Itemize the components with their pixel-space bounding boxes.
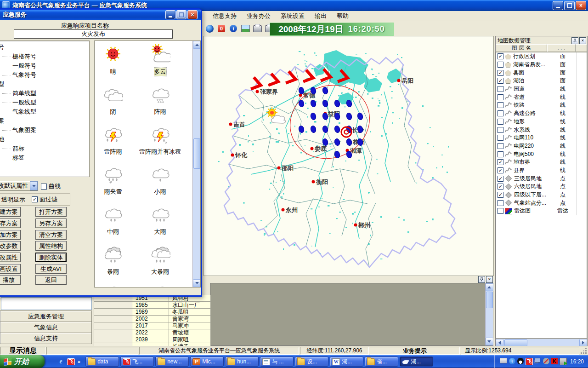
default-attribute-dropdown[interactable]: 改默认属性 bbox=[0, 181, 38, 191]
scroll-up-icon[interactable] bbox=[486, 283, 493, 291]
layer-checkbox[interactable]: ✓ bbox=[498, 53, 503, 59]
action-button-另存方案[interactable]: 另存方案 bbox=[35, 218, 67, 228]
weather-symbol-雷阵雨并有冰雹[interactable]: 雷阵雨并有冰雹 bbox=[131, 123, 189, 163]
weather-symbol-多云[interactable]: 多云 bbox=[131, 43, 189, 83]
task-button-Mic...[interactable]: PMic... bbox=[190, 356, 224, 367]
layer-checkbox[interactable] bbox=[498, 135, 503, 141]
action-button-加方案[interactable]: 加方案 bbox=[0, 230, 21, 240]
keyboard-icon[interactable] bbox=[500, 358, 507, 363]
layer-row-县面[interactable]: ✓县面面 bbox=[496, 69, 587, 77]
scroll-thumb[interactable] bbox=[504, 339, 527, 346]
layer-checkbox[interactable] bbox=[498, 94, 503, 100]
menu-item-帮助[interactable]: 帮助 bbox=[332, 11, 354, 21]
fetion-icon[interactable]: 飞 bbox=[67, 358, 75, 365]
chevron-down-icon[interactable] bbox=[30, 181, 38, 190]
offline-icon[interactable] bbox=[543, 358, 549, 364]
task-button-new...[interactable]: new... bbox=[155, 356, 189, 367]
qq-icon[interactable] bbox=[517, 358, 524, 364]
layer-extra-column-header[interactable] bbox=[576, 44, 587, 52]
ie-icon[interactable]: e bbox=[57, 359, 64, 365]
layer-row-行政区划[interactable]: ✓行政区划面 bbox=[496, 52, 587, 61]
tree-item-气象线型[interactable]: 气象线型 bbox=[0, 107, 89, 116]
weather-symbol-中雨[interactable]: 中雨 bbox=[95, 203, 131, 243]
info-icon[interactable]: i bbox=[228, 23, 239, 34]
layer-row-湖南省易发...[interactable]: 湖南省易发...面 bbox=[496, 61, 587, 69]
maximize-button[interactable] bbox=[176, 10, 187, 19]
map-canvas[interactable]: 岳阳张家界常德益阳吉首长沙娄底株州湘潭怀化邵阳衡阳永州郴州 bbox=[204, 36, 494, 276]
tree-item-栅格符号[interactable]: 栅格符号 bbox=[0, 52, 89, 61]
kaspersky-icon[interactable]: K bbox=[551, 358, 558, 364]
weather-symbol-小雨[interactable]: 小雨 bbox=[131, 163, 189, 203]
task-button-hun...[interactable]: hun... bbox=[225, 356, 259, 367]
action-button-建方案[interactable]: 建方案 bbox=[0, 207, 21, 217]
layer-checkbox[interactable] bbox=[498, 119, 503, 125]
layer-row-电网500[interactable]: 电网500线 bbox=[496, 150, 587, 158]
tree-item-一般符号[interactable]: 一般符号 bbox=[0, 61, 89, 70]
face-filter-checkbox[interactable]: ✓ bbox=[32, 196, 38, 202]
table-row[interactable]: 1985水口山一厂 bbox=[94, 302, 211, 309]
curve-checkbox[interactable] bbox=[41, 184, 47, 190]
curve-checkbox-row[interactable]: 曲线 bbox=[41, 182, 61, 190]
tree-item-他[interactable]: 他 bbox=[0, 135, 89, 144]
layer-checkbox[interactable] bbox=[498, 110, 503, 116]
layer-row-四级以下居...[interactable]: ✓四级以下居...点 bbox=[496, 191, 587, 199]
minimize-button[interactable] bbox=[553, 1, 563, 10]
tree-item-气象符号[interactable]: 气象符号 bbox=[0, 70, 89, 80]
task-button-湖...[interactable]: 湖... bbox=[400, 356, 433, 367]
layer-row-高速公路[interactable]: 高速公路线 bbox=[496, 109, 587, 118]
nav-button-应急服务管理[interactable]: 应急服务管理 bbox=[0, 310, 92, 322]
overflow-chevron-icon[interactable]: » bbox=[78, 359, 80, 364]
weather-symbol-大雨[interactable]: 大雨 bbox=[131, 203, 189, 243]
layer-row-电网110[interactable]: 电网110线 bbox=[496, 134, 587, 142]
scroll-thumb[interactable] bbox=[486, 292, 493, 308]
weather-symbol-雨夹雪[interactable]: 雨夹雪 bbox=[95, 163, 131, 203]
layer-checkbox[interactable] bbox=[498, 208, 503, 214]
layer-checkbox[interactable]: ✓ bbox=[498, 176, 503, 182]
dialog-titlebar[interactable]: 应急服务 × bbox=[0, 10, 201, 20]
weather-symbol-list[interactable]: 晴多云阴阵雨雷阵雨雷阵雨并有冰雹雨夹雪小雨中雨大雨暴雨大暴雨 bbox=[94, 40, 201, 288]
layer-checkbox[interactable] bbox=[498, 127, 503, 133]
globe-icon[interactable] bbox=[204, 23, 215, 34]
menu-item-信息支持[interactable]: 信息支持 bbox=[208, 11, 242, 21]
menu-item-业务办公[interactable]: 业务办公 bbox=[242, 11, 276, 21]
close-button[interactable]: × bbox=[187, 10, 198, 19]
close-icon[interactable]: × bbox=[486, 276, 493, 283]
menu-item-输出[interactable]: 输出 bbox=[310, 11, 332, 21]
layer-checkbox[interactable]: ✓ bbox=[498, 192, 503, 198]
menu-item-系统设置[interactable]: 系统设置 bbox=[276, 11, 310, 21]
layer-row-国道[interactable]: 国道线 bbox=[496, 85, 587, 93]
weather-symbol-大暴雨[interactable]: 大暴雨 bbox=[131, 243, 189, 283]
server-icon[interactable] bbox=[560, 358, 567, 365]
layer-row-三级居民地[interactable]: ✓三级居民地点 bbox=[496, 174, 587, 183]
weather-symbol-晴[interactable]: 晴 bbox=[95, 43, 131, 83]
task-button-飞...[interactable]: 飞飞... bbox=[120, 356, 154, 367]
layer-row-雷达图[interactable]: 雷达图雷达 bbox=[496, 207, 587, 215]
tree-item-一般线型[interactable]: 一般线型 bbox=[0, 98, 89, 107]
table-row[interactable]: 2039周家咀 bbox=[94, 336, 211, 343]
layer-row-湖泊[interactable]: ✓湖泊面 bbox=[496, 77, 587, 85]
weather-symbol-阵雨[interactable]: 阵雨 bbox=[131, 83, 189, 123]
layer-row-六级居民地[interactable]: ✓六级居民地点 bbox=[496, 183, 587, 191]
task-button-data[interactable]: data bbox=[85, 356, 119, 367]
scroll-up-icon[interactable] bbox=[193, 41, 201, 49]
action-button-播放[interactable]: 播放 bbox=[0, 275, 21, 285]
nav-button-信息支持[interactable]: 信息支持 bbox=[0, 333, 92, 344]
scroll-down-icon[interactable] bbox=[486, 338, 493, 345]
action-button-改参数[interactable]: 改参数 bbox=[0, 241, 21, 251]
horizontal-scrollbar[interactable] bbox=[496, 339, 587, 346]
action-button-返回[interactable]: 返回 bbox=[35, 275, 67, 285]
restore-arrow-icon[interactable]: ‹ bbox=[509, 358, 515, 364]
table-row[interactable]: 2017马家冲 bbox=[94, 322, 211, 329]
layer-checkbox[interactable] bbox=[498, 200, 503, 206]
action-button-改属性[interactable]: 改属性 bbox=[0, 253, 21, 262]
layer-row-气象站点分...[interactable]: 气象站点分...点 bbox=[496, 199, 587, 207]
app-blue-icon[interactable] bbox=[48, 359, 55, 365]
layer-checkbox[interactable]: ✓ bbox=[498, 184, 503, 190]
image-icon[interactable] bbox=[240, 23, 251, 34]
tree-item-案[interactable]: 案 bbox=[0, 116, 89, 126]
layer-row-省道[interactable]: 省道线 bbox=[496, 93, 587, 101]
task-button-与 ...[interactable]: 与 ... bbox=[260, 356, 294, 367]
layer-row-电网220[interactable]: 电网220线 bbox=[496, 142, 587, 150]
scroll-down-icon[interactable] bbox=[193, 279, 201, 287]
scroll-thumb[interactable] bbox=[193, 138, 200, 169]
